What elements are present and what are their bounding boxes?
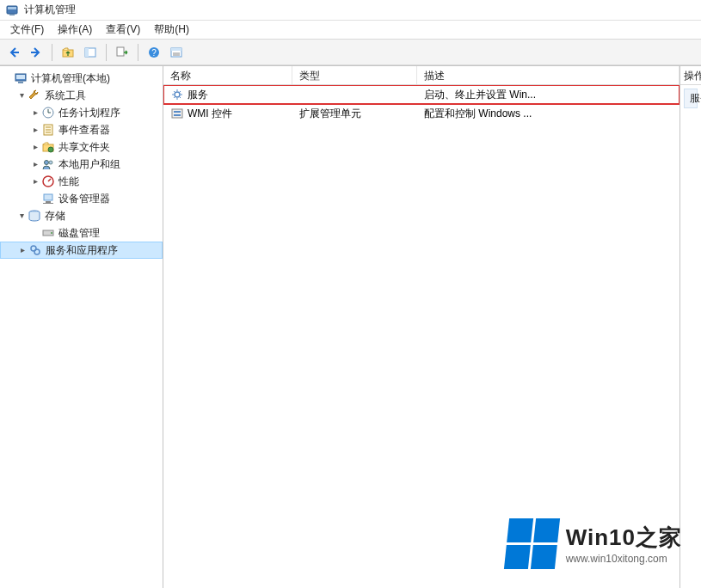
chevron-right-icon[interactable]: ▸ bbox=[29, 175, 41, 187]
tree-label: 磁盘管理 bbox=[58, 226, 100, 241]
svg-rect-14 bbox=[16, 75, 25, 79]
title-bar: 计算机管理 bbox=[0, 0, 701, 21]
svg-rect-6 bbox=[117, 47, 124, 56]
show-hide-tree-button[interactable] bbox=[80, 42, 101, 63]
arrow-right-icon bbox=[29, 46, 43, 59]
toolbar-separator bbox=[138, 44, 138, 61]
cell-name: WMI 控件 bbox=[188, 107, 232, 121]
svg-rect-1 bbox=[8, 7, 16, 9]
tree-event-viewer[interactable]: ▸ 事件查看器 bbox=[0, 121, 163, 138]
svg-rect-36 bbox=[174, 111, 181, 113]
svg-rect-27 bbox=[46, 201, 51, 203]
toolbar-separator bbox=[52, 44, 52, 61]
tree-storage[interactable]: ▾ 存储 bbox=[0, 207, 163, 224]
tree-label: 系统工具 bbox=[45, 89, 86, 103]
toolbar: ? bbox=[0, 40, 701, 65]
nav-tree: ▸ 计算机管理(本地) ▾ bbox=[0, 70, 163, 259]
svg-rect-10 bbox=[171, 48, 181, 51]
chevron-right-icon[interactable]: ▸ bbox=[29, 124, 41, 136]
users-icon bbox=[41, 157, 55, 171]
chevron-down-icon[interactable]: ▾ bbox=[15, 89, 28, 101]
svg-point-22 bbox=[48, 147, 53, 152]
tree-local-users[interactable]: ▸ 本地用户和组 bbox=[0, 156, 163, 173]
properties-icon bbox=[169, 46, 183, 59]
column-type[interactable]: 类型 bbox=[292, 66, 417, 84]
action-item-services[interactable]: 服务 bbox=[684, 89, 698, 108]
list-header: 名称 类型 描述 bbox=[163, 66, 679, 85]
tree-root[interactable]: ▸ 计算机管理(本地) bbox=[0, 70, 163, 87]
actions-pane: 操作 服务 bbox=[680, 66, 701, 588]
shared-folder-icon bbox=[41, 140, 55, 154]
svg-point-24 bbox=[49, 161, 52, 164]
main-area: ▸ 计算机管理(本地) ▾ bbox=[0, 65, 701, 588]
svg-text:?: ? bbox=[151, 48, 157, 58]
export-button[interactable] bbox=[112, 42, 132, 63]
tree-label: 本地用户和组 bbox=[58, 157, 120, 172]
actions-header: 操作 bbox=[680, 66, 701, 85]
gear-icon bbox=[170, 88, 184, 101]
menu-help[interactable]: 帮助(H) bbox=[147, 21, 196, 39]
tree-label: 事件查看器 bbox=[58, 123, 110, 138]
list-body[interactable]: 服务 启动、终止并设置 Win... WMI 控件 扩展管理单元 配置和控制 W… bbox=[163, 85, 679, 588]
tree-performance[interactable]: ▸ 性能 bbox=[0, 173, 163, 190]
svg-rect-26 bbox=[44, 194, 52, 200]
computer-icon bbox=[14, 71, 28, 85]
chevron-right-icon[interactable]: ▸ bbox=[29, 107, 41, 119]
menu-view[interactable]: 查看(V) bbox=[99, 21, 147, 39]
panel-icon bbox=[83, 46, 97, 59]
list-row-wmi[interactable]: WMI 控件 扩展管理单元 配置和控制 Windows ... bbox=[163, 104, 679, 123]
device-icon bbox=[41, 192, 55, 205]
wmi-icon bbox=[170, 107, 184, 120]
chevron-right-icon[interactable]: ▸ bbox=[16, 244, 28, 256]
chevron-down-icon[interactable]: ▾ bbox=[15, 210, 28, 222]
svg-rect-15 bbox=[18, 82, 23, 83]
tree-label: 存储 bbox=[45, 209, 65, 224]
tree-disk-management[interactable]: ▸ 磁盘管理 bbox=[0, 224, 163, 242]
svg-rect-5 bbox=[85, 48, 89, 57]
svg-rect-2 bbox=[9, 14, 15, 15]
tree-label: 性能 bbox=[58, 175, 79, 189]
export-icon bbox=[115, 46, 129, 59]
menu-action[interactable]: 操作(A) bbox=[51, 21, 99, 39]
tree-pane[interactable]: ▸ 计算机管理(本地) ▾ bbox=[0, 66, 163, 588]
performance-icon bbox=[41, 175, 55, 188]
properties-button[interactable] bbox=[166, 42, 187, 63]
tree-label: 计算机管理(本地) bbox=[31, 71, 110, 86]
chevron-right-icon[interactable]: ▸ bbox=[29, 158, 41, 170]
svg-rect-35 bbox=[172, 109, 182, 118]
chevron-right-icon[interactable]: ▸ bbox=[29, 141, 41, 153]
svg-point-31 bbox=[51, 232, 52, 234]
menu-file[interactable]: 文件(F) bbox=[3, 21, 51, 39]
list-row-services[interactable]: 服务 启动、终止并设置 Win... bbox=[163, 85, 679, 104]
help-button[interactable]: ? bbox=[144, 42, 164, 63]
up-button[interactable] bbox=[58, 42, 78, 63]
folder-up-icon bbox=[61, 46, 75, 59]
window-title: 计算机管理 bbox=[24, 3, 76, 17]
column-desc[interactable]: 描述 bbox=[417, 66, 679, 84]
tree-task-scheduler[interactable]: ▸ 任务计划程序 bbox=[0, 104, 163, 121]
event-log-icon bbox=[41, 123, 55, 137]
svg-point-34 bbox=[175, 92, 180, 97]
column-name[interactable]: 名称 bbox=[163, 66, 292, 84]
tree-shared-folders[interactable]: ▸ 共享文件夹 bbox=[0, 138, 163, 156]
back-button[interactable] bbox=[3, 42, 24, 63]
tree-label: 共享文件夹 bbox=[58, 140, 110, 155]
menu-bar: 文件(F) 操作(A) 查看(V) 帮助(H) bbox=[0, 21, 701, 40]
cell-type: 扩展管理单元 bbox=[292, 107, 417, 121]
app-icon bbox=[5, 3, 19, 17]
cell-desc: 启动、终止并设置 Win... bbox=[417, 88, 679, 102]
tree-system-tools[interactable]: ▾ 系统工具 bbox=[0, 87, 163, 104]
services-icon bbox=[28, 243, 42, 257]
tree-device-manager[interactable]: ▸ 设备管理器 bbox=[0, 190, 163, 207]
arrow-left-icon bbox=[7, 46, 21, 59]
cell-name: 服务 bbox=[188, 88, 208, 102]
cell-desc: 配置和控制 Windows ... bbox=[417, 107, 679, 121]
list-pane: 名称 类型 描述 服务 启动、终止并设置 Win... WMI 控件 扩展管理单… bbox=[163, 66, 680, 588]
wrench-icon bbox=[28, 89, 41, 102]
tree-label: 任务计划程序 bbox=[58, 106, 120, 120]
disk-icon bbox=[41, 226, 55, 240]
tree-services-apps[interactable]: ▸ 服务和应用程序 bbox=[0, 242, 163, 259]
help-icon: ? bbox=[147, 46, 161, 59]
forward-button[interactable] bbox=[26, 42, 46, 63]
svg-point-23 bbox=[45, 161, 49, 165]
